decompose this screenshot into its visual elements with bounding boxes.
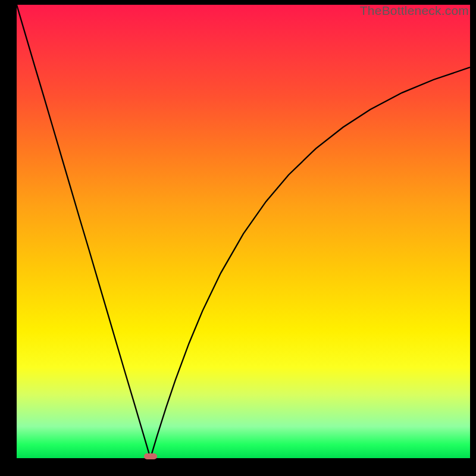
curve-right-branch [151,67,470,458]
curve-left-branch [17,5,151,458]
watermark-text: TheBottleneck.com [360,4,469,18]
bottleneck-curve [17,5,470,458]
optimal-marker [144,453,157,459]
